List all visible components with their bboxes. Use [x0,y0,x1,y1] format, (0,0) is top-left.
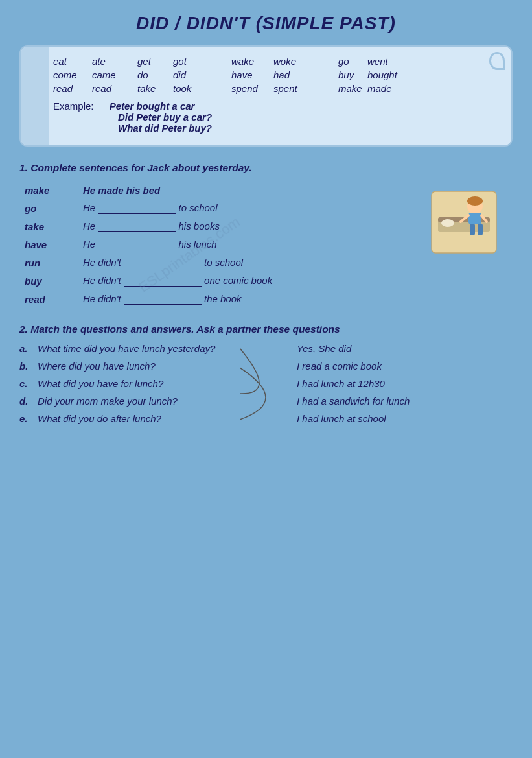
example-block: Example: Peter bought a car Did Peter bu… [53,101,498,134]
table-row: read He didn't the book [19,290,513,308]
match-row-c: c. What did you have for lunch? I had lu… [19,378,513,389]
svg-rect-8 [470,224,475,235]
match-lines [240,337,318,453]
svg-point-10 [467,196,483,206]
example-sentence-2: Did Peter buy a car? [118,112,212,123]
match-row-d: d. Did your mom make your lunch? I had a… [19,396,513,407]
section1-title: 1. Complete sentences for Jack about yes… [19,162,513,174]
section2: 2. Match the questions and answers. Ask … [19,324,513,424]
vocab-row-1: eat ate get got wake woke go went [53,56,498,67]
svg-point-3 [441,219,454,227]
example-label: Example: [53,101,94,112]
match-row-a: a. What time did you have lunch yesterda… [19,343,513,354]
boy-illustration [428,188,500,259]
vocab-row-3: read read take took spend spent make mad… [53,83,498,94]
page-title: DID / DIDN'T (SIMPLE PAST) [19,13,513,34]
table-row: buy He didn't one comic book [19,272,513,290]
match-row-e: e. What did you do after lunch? I had lu… [19,413,513,424]
match-row-b: b. Where did you have lunch? I read a co… [19,361,513,372]
vocab-box: eat ate get got wake woke go went come c… [19,45,513,147]
example-sentence-3: What did Peter buy? [118,123,212,134]
vocab-row-2: come came do did have had buy bought [53,69,498,80]
svg-rect-9 [478,224,483,235]
svg-rect-5 [468,213,481,224]
example-sentence-1: Peter bought a car [110,101,195,112]
section2-title: 2. Match the questions and answers. Ask … [19,324,513,335]
section1: 1. Complete sentences for Jack about yes… [19,162,513,308]
